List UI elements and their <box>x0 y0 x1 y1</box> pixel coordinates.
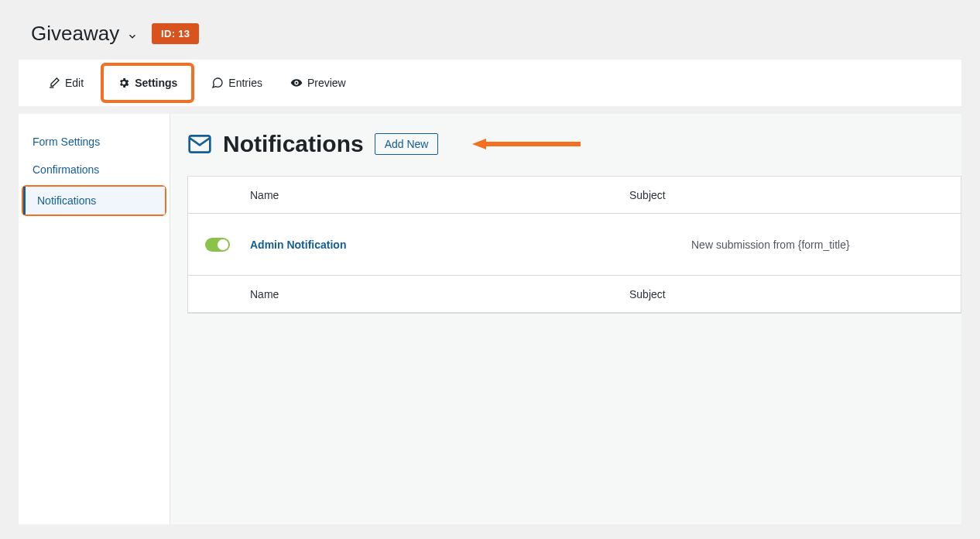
page-title: Notifications <box>223 131 364 157</box>
table-row: Admin Notification New submission from {… <box>188 214 961 276</box>
tab-settings[interactable]: Settings <box>101 63 194 103</box>
tab-edit[interactable]: Edit <box>37 70 94 95</box>
highlight-notifications: Notifications <box>22 185 166 216</box>
col-name-footer[interactable]: Name <box>188 288 629 300</box>
tab-label: Edit <box>65 77 84 89</box>
svg-marker-2 <box>472 139 486 149</box>
col-subject[interactable]: Subject <box>629 189 961 201</box>
form-id-badge: ID: 13 <box>152 23 199 44</box>
sidebar-item-notifications[interactable]: Notifications <box>23 187 165 215</box>
tab-label: Preview <box>307 77 346 89</box>
tab-label: Settings <box>135 77 177 89</box>
tab-preview[interactable]: Preview <box>279 70 357 95</box>
eye-icon <box>290 77 303 89</box>
notification-subject: New submission from {form_title} <box>691 239 961 251</box>
col-name[interactable]: Name <box>188 189 629 201</box>
pencil-icon <box>48 77 60 89</box>
notification-name-link[interactable]: Admin Notification <box>250 239 346 251</box>
form-header: Giveaway ID: 13 <box>0 0 980 60</box>
content-area: Notifications Add New Name Subject <box>170 114 961 524</box>
col-subject-footer[interactable]: Subject <box>629 288 961 300</box>
chevron-down-icon[interactable] <box>127 31 138 42</box>
table-footer: Name Subject <box>188 276 961 313</box>
speech-bubble-icon <box>211 77 224 89</box>
tab-entries[interactable]: Entries <box>200 70 273 95</box>
toggle-enabled[interactable] <box>205 238 230 252</box>
tab-label: Entries <box>228 77 262 89</box>
notifications-table: Name Subject Admin Notification New subm… <box>187 176 961 314</box>
sidebar-item-confirmations[interactable]: Confirmations <box>19 156 170 184</box>
annotation-arrow-icon <box>472 139 581 149</box>
envelope-icon <box>187 132 212 156</box>
add-new-button[interactable]: Add New <box>375 133 439 155</box>
gear-icon <box>118 77 130 89</box>
table-header: Name Subject <box>188 177 961 214</box>
form-title[interactable]: Giveaway <box>31 22 138 46</box>
sidebar-item-form-settings[interactable]: Form Settings <box>19 128 170 156</box>
tabs-bar: Edit Settings Entries Preview <box>19 60 961 106</box>
settings-sidebar: Form Settings Confirmations Notification… <box>19 114 170 524</box>
